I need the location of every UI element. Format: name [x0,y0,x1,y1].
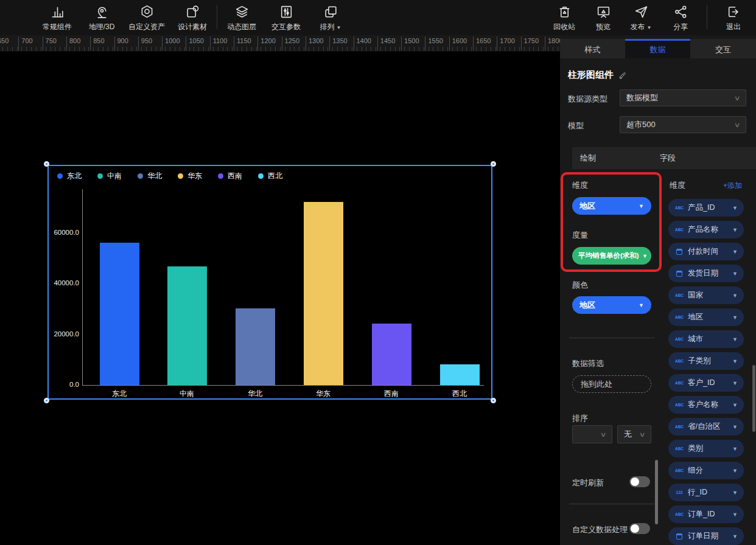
field-pill-发货日期[interactable]: 发货日期▼ [668,265,744,282]
field-pill-国家[interactable]: ABC国家▼ [668,286,744,304]
ruler-tick-label: 1750 [521,36,539,50]
dimension-value: 地区 [579,201,595,212]
field-pill-订单_ID[interactable]: ABC订单_ID▼ [668,505,744,523]
toolbar-button-hexagon-asset[interactable]: 自定义资产 [121,4,172,32]
dimension-pill[interactable]: 地区 ▼ [572,197,651,215]
field-pill-细分[interactable]: ABC细分▼ [668,462,744,479]
model-select[interactable]: 超市500 ∨ [620,116,746,133]
chart-legend: 东北中南华北华东西南西北 [57,171,282,181]
add-field-button[interactable]: +添加 [723,181,742,191]
design-canvas[interactable]: 东北中南华北华东西南西北 0.020000.040000.060000.0东北中… [0,52,560,545]
field-pill-产品_ID[interactable]: ABC产品_ID▼ [668,199,744,217]
field-pill-子类别[interactable]: ABC子类别▼ [668,352,744,370]
fields-scrollbar[interactable] [752,365,755,432]
field-pill-产品名称[interactable]: ABC产品名称▼ [668,221,744,238]
legend-dot-icon [138,173,143,179]
legend-item-西南[interactable]: 西南 [218,171,242,181]
field-pill-城市[interactable]: ABC城市▼ [668,330,744,348]
toolbar-button-arrange[interactable]: 排列▼ [305,4,356,32]
custom-data-toggle[interactable] [629,523,650,534]
field-name: 付款时间 [688,246,718,257]
bar-chart-component[interactable]: 东北中南华北华东西南西北 0.020000.040000.060000.0东北中… [47,165,492,400]
x-axis-category-label: 中南 [163,389,211,399]
ruler-tick-label: 750 [43,36,57,50]
field-pill-类别[interactable]: ABC类别▼ [668,440,744,457]
ruler-tick-label: 1800 [545,36,560,50]
string-type-icon: ABC [674,227,685,232]
tab-interaction[interactable]: 交互 [690,39,756,58]
field-pill-省/自治区[interactable]: ABC省/自治区▼ [668,418,744,436]
timed-refresh-label: 定时刷新 [572,477,604,488]
divider [569,504,654,504]
toolbar-button-exit[interactable]: 退出 [708,4,756,32]
toolbar-button-map-pin[interactable]: 地理/3D [76,4,127,32]
chevron-down-icon: ▼ [732,402,738,408]
legend-item-华北[interactable]: 华北 [138,171,162,181]
panel-tabs: 样式 数据 交互 [560,39,756,58]
resize-handle-top-left[interactable] [44,161,49,167]
toolbar-button-layers[interactable]: 动态图层 [216,4,267,32]
fields-dimension-label: 维度 [670,180,685,191]
legend-item-东北[interactable]: 东北 [57,171,82,181]
y-axis-tick-label: 20000.0 [50,330,79,338]
timed-refresh-toggle[interactable] [629,476,650,487]
field-pill-付款时间[interactable]: 付款时间▼ [668,243,744,260]
string-type-icon: ABC [674,446,685,451]
toolbar-separator [217,5,217,29]
draw-header: 绘制 [580,153,596,164]
ruler-tick-label: 1500 [401,36,419,50]
color-pill[interactable]: 地区 ▼ [572,296,651,314]
toolbar-button-share-nodes[interactable]: 分享 [655,4,706,32]
legend-item-中南[interactable]: 中南 [97,171,122,181]
exit-icon [726,4,741,19]
toolbar-button-label: 常规组件 [43,22,72,32]
model-value: 超市500 [626,119,656,130]
data-filter-dropzone[interactable]: 拖到此处 [572,375,651,393]
measure-label: 度量 [572,230,588,241]
draw-column-scrollbar[interactable] [655,460,658,524]
measure-pill[interactable]: 平均销售单价(求和) ▼ [572,247,651,265]
bar-西北 [440,364,480,385]
ruler-tick-label: 1550 [425,36,443,50]
edit-pencil-icon[interactable] [618,71,627,80]
legend-dot-icon [178,173,183,179]
layers-icon [234,4,250,19]
toolbar-button-sliders[interactable]: 交互参数 [261,4,312,32]
field-pill-订单日期[interactable]: 订单日期▼ [668,527,744,545]
custom-data-label: 自定义数据处理 [572,524,628,535]
datasource-type-value: 数据模型 [626,92,658,103]
legend-label: 华东 [187,171,202,181]
chevron-down-icon: ∨ [639,431,645,439]
y-axis-tick-label: 60000.0 [50,229,79,236]
field-name: 地区 [688,312,703,322]
toolbar-button-design-shape[interactable]: 设计素材 [167,4,218,32]
field-pill-行_ID[interactable]: 123行_ID▼ [668,484,744,501]
toolbar-button-bar-chart[interactable]: 常规组件 [32,4,83,32]
legend-item-西北[interactable]: 西北 [258,171,282,181]
fields-header: 字段 [660,153,676,164]
field-name: 产品名称 [688,224,718,235]
tab-style[interactable]: 样式 [560,39,625,58]
chevron-down-icon: ▼ [732,336,738,342]
tab-data[interactable]: 数据 [625,39,690,58]
toolbar-button-label: 预览 [596,22,611,32]
field-name: 细分 [688,465,703,476]
sort-order-select[interactable]: 无 ∨ [617,425,651,443]
chevron-down-icon: ▼ [636,302,644,308]
resize-handle-top-right[interactable] [491,161,496,167]
number-type-icon: 123 [674,490,685,495]
field-pill-客户_ID[interactable]: ABC客户_ID▼ [668,374,744,392]
field-pill-地区[interactable]: ABC地区▼ [668,308,744,326]
bar-华北 [236,308,275,385]
resize-handle-bottom-right[interactable] [491,398,496,403]
map-pin-icon [94,4,110,19]
string-type-icon: ABC [674,206,685,210]
sort-field-select[interactable]: ∨ [572,425,612,443]
field-name: 省/自治区 [688,422,720,432]
datasource-type-select[interactable]: 数据模型 ∨ [620,89,746,106]
toolbar-button-label: 退出 [726,22,741,32]
legend-item-华东[interactable]: 华东 [178,171,202,181]
field-pill-客户名称[interactable]: ABC客户名称▼ [668,396,744,414]
resize-handle-bottom-left[interactable] [44,398,49,403]
ruler-tick-label: 650 [0,36,9,50]
